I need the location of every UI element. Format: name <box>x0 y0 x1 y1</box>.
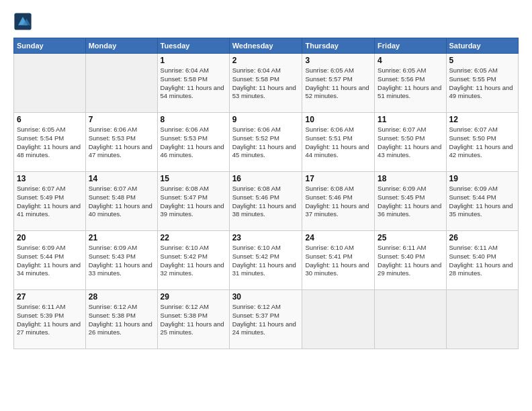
day-info: Sunrise: 6:10 AMSunset: 5:42 PMDaylight:… <box>232 244 300 278</box>
header <box>13 12 519 31</box>
day-info: Sunrise: 6:06 AMSunset: 5:52 PMDaylight:… <box>232 126 300 160</box>
day-info: Sunrise: 6:07 AMSunset: 5:48 PMDaylight:… <box>89 185 154 219</box>
day-info: Sunrise: 6:04 AMSunset: 5:58 PMDaylight:… <box>161 66 226 101</box>
day-number: 17 <box>305 174 371 183</box>
day-cell: 24Sunrise: 6:10 AMSunset: 5:41 PMDayligh… <box>302 231 375 290</box>
day-info: Sunrise: 6:11 AMSunset: 5:39 PMDaylight:… <box>17 303 83 337</box>
week-row-3: 13Sunrise: 6:07 AMSunset: 5:49 PMDayligh… <box>14 172 519 231</box>
weekday-header-friday: Friday <box>375 38 446 54</box>
day-info: Sunrise: 6:08 AMSunset: 5:46 PMDaylight:… <box>232 185 300 219</box>
day-number: 27 <box>17 292 83 302</box>
week-row-1: 1Sunrise: 6:04 AMSunset: 5:58 PMDaylight… <box>14 54 519 113</box>
day-info: Sunrise: 6:06 AMSunset: 5:53 PMDaylight:… <box>161 126 226 160</box>
day-cell: 3Sunrise: 6:05 AMSunset: 5:57 PMDaylight… <box>302 54 375 113</box>
day-info: Sunrise: 6:07 AMSunset: 5:50 PMDaylight:… <box>378 126 443 160</box>
day-number: 8 <box>161 115 226 124</box>
day-cell: 18Sunrise: 6:09 AMSunset: 5:45 PMDayligh… <box>375 172 446 231</box>
logo-icon <box>13 12 32 31</box>
weekday-header-thursday: Thursday <box>302 38 375 54</box>
day-cell: 25Sunrise: 6:11 AMSunset: 5:40 PMDayligh… <box>375 231 446 290</box>
day-info: Sunrise: 6:09 AMSunset: 5:44 PMDaylight:… <box>17 244 83 278</box>
day-cell <box>302 290 375 349</box>
weekday-header-tuesday: Tuesday <box>157 38 229 54</box>
day-number: 1 <box>161 56 226 65</box>
week-row-5: 27Sunrise: 6:11 AMSunset: 5:39 PMDayligh… <box>14 290 519 349</box>
day-number: 9 <box>232 115 300 124</box>
day-cell <box>446 290 518 349</box>
day-number: 13 <box>17 174 83 183</box>
day-cell: 14Sunrise: 6:07 AMSunset: 5:48 PMDayligh… <box>85 172 157 231</box>
day-cell: 29Sunrise: 6:12 AMSunset: 5:38 PMDayligh… <box>157 290 229 349</box>
logo <box>13 12 34 31</box>
day-number: 24 <box>305 233 371 242</box>
week-row-4: 20Sunrise: 6:09 AMSunset: 5:44 PMDayligh… <box>14 231 519 290</box>
day-cell <box>85 54 157 113</box>
day-cell: 20Sunrise: 6:09 AMSunset: 5:44 PMDayligh… <box>14 231 86 290</box>
weekday-header-monday: Monday <box>85 38 157 54</box>
day-cell <box>14 54 86 113</box>
day-info: Sunrise: 6:06 AMSunset: 5:53 PMDaylight:… <box>89 126 154 160</box>
day-cell: 1Sunrise: 6:04 AMSunset: 5:58 PMDaylight… <box>157 54 229 113</box>
day-number: 20 <box>17 233 83 242</box>
day-cell: 17Sunrise: 6:08 AMSunset: 5:46 PMDayligh… <box>302 172 375 231</box>
day-cell: 5Sunrise: 6:05 AMSunset: 5:55 PMDaylight… <box>446 54 518 113</box>
day-number: 23 <box>232 233 300 242</box>
day-number: 3 <box>305 56 371 65</box>
day-number: 30 <box>232 292 300 302</box>
day-cell: 27Sunrise: 6:11 AMSunset: 5:39 PMDayligh… <box>14 290 86 349</box>
day-info: Sunrise: 6:05 AMSunset: 5:54 PMDaylight:… <box>17 126 83 160</box>
day-info: Sunrise: 6:08 AMSunset: 5:47 PMDaylight:… <box>161 185 226 219</box>
day-cell: 7Sunrise: 6:06 AMSunset: 5:53 PMDaylight… <box>85 113 157 172</box>
day-cell: 12Sunrise: 6:07 AMSunset: 5:50 PMDayligh… <box>446 113 518 172</box>
day-cell: 2Sunrise: 6:04 AMSunset: 5:58 PMDaylight… <box>229 54 302 113</box>
day-number: 10 <box>305 115 371 124</box>
week-row-2: 6Sunrise: 6:05 AMSunset: 5:54 PMDaylight… <box>14 113 519 172</box>
day-cell: 22Sunrise: 6:10 AMSunset: 5:42 PMDayligh… <box>157 231 229 290</box>
day-cell: 21Sunrise: 6:09 AMSunset: 5:43 PMDayligh… <box>85 231 157 290</box>
weekday-header-wednesday: Wednesday <box>229 38 302 54</box>
day-number: 28 <box>89 292 154 302</box>
day-info: Sunrise: 6:09 AMSunset: 5:43 PMDaylight:… <box>89 244 154 278</box>
day-info: Sunrise: 6:12 AMSunset: 5:37 PMDaylight:… <box>232 303 300 337</box>
weekday-header-saturday: Saturday <box>446 38 518 54</box>
day-cell: 23Sunrise: 6:10 AMSunset: 5:42 PMDayligh… <box>229 231 302 290</box>
day-number: 4 <box>378 56 443 65</box>
day-cell: 16Sunrise: 6:08 AMSunset: 5:46 PMDayligh… <box>229 172 302 231</box>
day-cell: 13Sunrise: 6:07 AMSunset: 5:49 PMDayligh… <box>14 172 86 231</box>
day-cell: 19Sunrise: 6:09 AMSunset: 5:44 PMDayligh… <box>446 172 518 231</box>
day-number: 7 <box>89 115 154 124</box>
day-cell: 10Sunrise: 6:06 AMSunset: 5:51 PMDayligh… <box>302 113 375 172</box>
day-cell: 11Sunrise: 6:07 AMSunset: 5:50 PMDayligh… <box>375 113 446 172</box>
day-cell <box>375 290 446 349</box>
day-info: Sunrise: 6:05 AMSunset: 5:56 PMDaylight:… <box>378 66 443 101</box>
day-cell: 28Sunrise: 6:12 AMSunset: 5:38 PMDayligh… <box>85 290 157 349</box>
day-info: Sunrise: 6:07 AMSunset: 5:50 PMDaylight:… <box>449 126 515 160</box>
day-number: 2 <box>232 56 300 65</box>
day-cell: 4Sunrise: 6:05 AMSunset: 5:56 PMDaylight… <box>375 54 446 113</box>
day-info: Sunrise: 6:06 AMSunset: 5:51 PMDaylight:… <box>305 126 371 160</box>
day-number: 5 <box>449 56 515 65</box>
day-number: 15 <box>161 174 226 183</box>
day-number: 26 <box>449 233 515 242</box>
day-info: Sunrise: 6:10 AMSunset: 5:41 PMDaylight:… <box>305 244 371 278</box>
day-cell: 30Sunrise: 6:12 AMSunset: 5:37 PMDayligh… <box>229 290 302 349</box>
day-info: Sunrise: 6:09 AMSunset: 5:45 PMDaylight:… <box>378 185 443 219</box>
day-number: 6 <box>17 115 83 124</box>
day-number: 12 <box>449 115 515 124</box>
day-info: Sunrise: 6:12 AMSunset: 5:38 PMDaylight:… <box>161 303 226 337</box>
day-info: Sunrise: 6:05 AMSunset: 5:57 PMDaylight:… <box>305 66 371 101</box>
calendar-table: SundayMondayTuesdayWednesdayThursdayFrid… <box>13 38 519 349</box>
day-cell: 6Sunrise: 6:05 AMSunset: 5:54 PMDaylight… <box>14 113 86 172</box>
day-cell: 9Sunrise: 6:06 AMSunset: 5:52 PMDaylight… <box>229 113 302 172</box>
day-cell: 15Sunrise: 6:08 AMSunset: 5:47 PMDayligh… <box>157 172 229 231</box>
page: SundayMondayTuesdayWednesdayThursdayFrid… <box>0 0 532 411</box>
day-number: 16 <box>232 174 300 183</box>
day-number: 25 <box>378 233 443 242</box>
calendar-body: 1Sunrise: 6:04 AMSunset: 5:58 PMDaylight… <box>14 54 519 349</box>
day-number: 14 <box>89 174 154 183</box>
day-number: 18 <box>378 174 443 183</box>
day-info: Sunrise: 6:12 AMSunset: 5:38 PMDaylight:… <box>89 303 154 337</box>
day-number: 29 <box>161 292 226 302</box>
day-info: Sunrise: 6:07 AMSunset: 5:49 PMDaylight:… <box>17 185 83 219</box>
day-number: 21 <box>89 233 154 242</box>
